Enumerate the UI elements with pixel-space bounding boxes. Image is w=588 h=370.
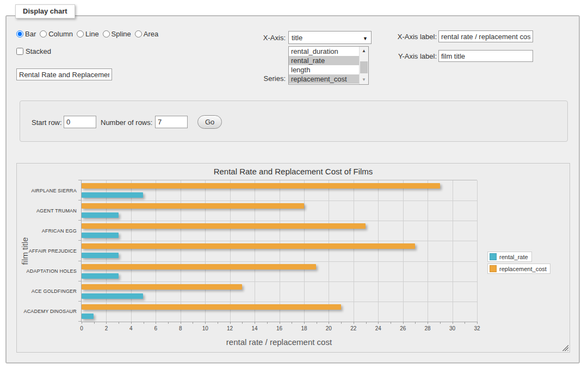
chart-type-option-label: Column: [48, 30, 73, 38]
bar-rental_rate: [82, 293, 143, 299]
chart-y-axis-title: film title: [20, 237, 29, 265]
chart-band: AFRICAN EGG: [82, 221, 477, 241]
chart-title-input[interactable]: [16, 68, 112, 80]
x-axis-tick: [440, 322, 441, 324]
bar-replacement_cost: [82, 264, 316, 269]
x-axis-tick: [465, 322, 465, 324]
legend-entry-rental_rate: rental_rate: [487, 252, 532, 262]
start-row-input[interactable]: [64, 116, 96, 128]
series-option-rental_rate[interactable]: rental_rate: [289, 56, 359, 65]
legend-swatch-icon: [490, 253, 497, 260]
chart-type-option-label: Area: [144, 30, 158, 38]
chart-type-option-line[interactable]: Line: [77, 30, 99, 38]
x-axis-tick: [218, 322, 218, 324]
bar-replacement_cost: [82, 304, 341, 310]
bar-rental_rate: [82, 273, 119, 279]
x-axis-tick-label: 12: [227, 325, 233, 331]
x-axis-tick: [181, 322, 181, 324]
x-axis-tick: [366, 322, 367, 324]
bar-replacement_cost: [82, 183, 440, 189]
x-axis-tick: [255, 322, 255, 324]
x-axis-tick: [156, 322, 156, 324]
resize-handle-icon[interactable]: [562, 344, 568, 351]
x-axis-tick-label: 28: [425, 325, 431, 331]
gridline-x: [477, 180, 478, 322]
x-axis-tick: [242, 322, 243, 324]
scroll-down-icon[interactable]: ▼: [360, 76, 368, 84]
chart-type-radio-group: BarColumnLineSplineArea: [16, 30, 158, 38]
scrollbar-thumb[interactable]: [360, 61, 368, 73]
series-option-length[interactable]: length: [289, 65, 359, 74]
x-axis-tick-label: 18: [301, 325, 307, 331]
category-label: AFFAIR PREJUDICE: [29, 248, 77, 254]
category-label: AGENT TRUMAN: [36, 208, 77, 214]
x-axis-tick-label: 6: [154, 325, 158, 331]
series-listbox[interactable]: rental_durationrental_ratelengthreplacem…: [288, 46, 369, 85]
number-of-rows-input[interactable]: [155, 116, 188, 128]
category-label: AIRPLANE SIERRA: [31, 188, 77, 193]
x-axis-tick: [341, 322, 342, 324]
chart-band: AIRPLANE SIERRA: [82, 180, 477, 200]
chart-type-option-area[interactable]: Area: [135, 30, 158, 38]
chart-type-option-column[interactable]: Column: [40, 30, 73, 38]
stacked-checkbox-row[interactable]: Stacked: [16, 47, 51, 55]
x-axis-tick: [317, 322, 317, 324]
chevron-down-icon: ▼: [363, 36, 368, 41]
chart-band: ACADEMY DINOSAUR: [82, 302, 477, 322]
x-axis-tick-label: 30: [449, 325, 455, 331]
x-axis-tick: [94, 322, 95, 324]
series-option-replacement_cost[interactable]: replacement_cost: [289, 74, 359, 84]
x-axis-tick-label: 20: [326, 325, 332, 331]
chart-type-option-label: Spline: [112, 30, 131, 38]
go-button[interactable]: Go: [197, 115, 222, 129]
y-axis-label-input[interactable]: [438, 50, 533, 62]
x-axis-tick: [131, 322, 132, 324]
x-axis-tick: [391, 322, 391, 324]
chart-type-option-bar[interactable]: Bar: [16, 30, 36, 38]
legend-label: replacement_cost: [499, 266, 547, 272]
scroll-up-icon[interactable]: ▲: [360, 47, 368, 55]
chart-type-option-label: Bar: [25, 30, 36, 38]
stacked-checkbox[interactable]: [16, 48, 23, 55]
x-axis-tick: [477, 322, 478, 324]
category-label: ACADEMY DINOSAUR: [23, 309, 77, 314]
chart-band: AFFAIR PREJUDICE: [82, 241, 477, 261]
x-axis-tick: [106, 322, 107, 324]
x-axis-selected-value: title: [292, 34, 302, 42]
x-axis-label-input[interactable]: [438, 30, 533, 42]
x-axis-tick-label: 14: [252, 325, 258, 331]
bar-replacement_cost: [82, 203, 304, 209]
x-axis-tick-label: 8: [179, 325, 182, 331]
chart-band: AGENT TRUMAN: [82, 200, 477, 221]
category-label: AFRICAN EGG: [42, 228, 77, 234]
x-axis-tick: [267, 322, 268, 324]
chart-type-radio-spline[interactable]: [103, 30, 110, 37]
chart-type-radio-line[interactable]: [77, 30, 84, 37]
x-axis-label-label: X-Axis label:: [387, 33, 437, 41]
chart-type-radio-bar[interactable]: [16, 30, 23, 37]
y-axis-label-label: Y-Axis label:: [387, 52, 437, 60]
series-list-scrollbar[interactable]: ▲ ▼: [359, 47, 368, 84]
category-label: ACE GOLDFINGER: [32, 289, 77, 294]
x-axis-tick: [453, 322, 453, 324]
x-axis-tick-label: 32: [474, 325, 480, 331]
series-listbox-items: rental_durationrental_ratelengthreplacem…: [289, 47, 359, 84]
x-axis-tick-label: 22: [350, 325, 356, 331]
x-axis-tick: [292, 322, 292, 324]
x-axis-tick: [403, 322, 404, 324]
x-axis-tick: [193, 322, 193, 324]
bar-rental_rate: [82, 253, 119, 258]
chart-plot-area: AIRPLANE SIERRAAGENT TRUMANAFRICAN EGGAF…: [81, 180, 477, 322]
x-axis-tick-label: 26: [400, 325, 406, 331]
x-axis-select[interactable]: title ▼: [288, 31, 372, 44]
series-listbox-label: Series:: [242, 74, 286, 83]
chart-type-option-label: Line: [85, 30, 99, 38]
chart-type-radio-column[interactable]: [40, 30, 47, 37]
bar-rental_rate: [82, 313, 94, 319]
start-row-label: Start row:: [32, 118, 62, 127]
x-axis-tick-label: 16: [276, 325, 282, 331]
chart-title: Rental Rate and Replacement Cost of Film…: [17, 167, 570, 176]
series-option-rental_duration[interactable]: rental_duration: [289, 47, 359, 56]
chart-type-radio-area[interactable]: [135, 30, 142, 37]
chart-type-option-spline[interactable]: Spline: [103, 30, 131, 38]
